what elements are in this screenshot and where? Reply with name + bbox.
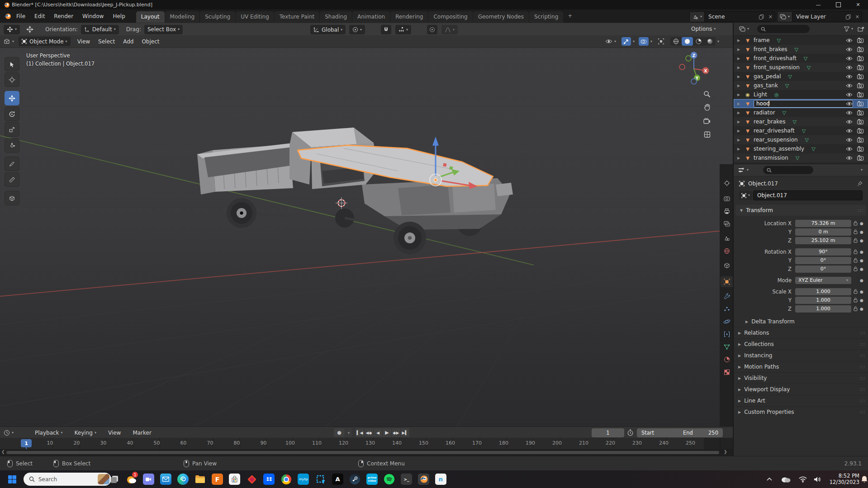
transform-value-field[interactable]: 90°▾ <box>795 248 851 256</box>
workspace-tab[interactable]: Rendering <box>390 11 428 23</box>
timeline-left-chevron[interactable]: ❮ <box>1 450 5 454</box>
workspace-tab[interactable]: Sculpting <box>200 11 235 23</box>
drag-dropdown[interactable]: Select Box▾ <box>144 25 183 34</box>
object-name[interactable]: front_suspension <box>754 64 800 71</box>
minimize-button[interactable]: — <box>808 0 828 9</box>
navigation-gizmo[interactable]: Z X Y <box>679 52 709 85</box>
panel-splitter-vertical[interactable] <box>733 23 734 456</box>
hide-in-viewport-icon[interactable] <box>846 65 853 70</box>
gizmo-neg-x-ball[interactable] <box>679 64 685 70</box>
view-layer-icon[interactable]: ▾ <box>778 12 792 22</box>
onedrive-icon[interactable] <box>780 474 791 485</box>
tray-clock[interactable]: 8:52 PM 12/30/2023 <box>825 473 859 485</box>
shading-material-button[interactable] <box>693 37 704 46</box>
outliner-filter-dropdown[interactable]: ▾ <box>844 27 853 32</box>
diamond-app-icon[interactable] <box>246 474 257 485</box>
auto-keying-button[interactable]: ● <box>334 428 345 437</box>
timeline-scroll-thumb[interactable] <box>6 451 719 454</box>
lock-icon[interactable] <box>854 249 858 254</box>
select-box-tool[interactable] <box>5 57 19 71</box>
workspace-tab[interactable]: Layout <box>136 11 165 23</box>
render-tab[interactable] <box>721 193 733 204</box>
animate-dot[interactable]: ● <box>860 307 863 311</box>
new-scene-icon[interactable] <box>757 14 766 19</box>
fusion-360-icon[interactable]: F <box>212 474 223 485</box>
collection-tab[interactable] <box>721 260 733 271</box>
outliner-row[interactable]: ▶ gas_pedal <box>734 72 868 81</box>
previous-keyframe-button[interactable]: ◀◆ <box>365 428 374 437</box>
annotate-tool[interactable] <box>5 156 19 171</box>
edge-icon[interactable] <box>177 474 189 485</box>
mode-dropdown[interactable]: Object Mode▾ <box>19 37 71 46</box>
collapsed-section[interactable]: ▶Viewport Display∷∷ <box>734 384 868 395</box>
pin-icon[interactable] <box>857 181 863 186</box>
animate-dot[interactable]: ● <box>860 250 863 254</box>
dropbox-icon[interactable] <box>263 474 275 485</box>
expand-icon[interactable]: ▶ <box>737 111 744 115</box>
lock-icon[interactable] <box>854 289 858 294</box>
hide-in-viewport-icon[interactable] <box>846 147 853 152</box>
end-frame-field[interactable]: End250 <box>678 428 723 437</box>
menu-item[interactable]: Help <box>108 9 129 23</box>
maximize-button[interactable] <box>828 0 848 9</box>
snap-settings-dropdown[interactable]: ▾ <box>395 25 411 34</box>
outliner-row[interactable]: ▶ frame <box>734 36 868 45</box>
collapsed-section[interactable]: ▶Collections∷∷ <box>734 338 868 350</box>
timeline-right-chevron[interactable]: ❯ <box>724 450 727 454</box>
viewport-menu-item[interactable]: View <box>73 35 94 47</box>
lock-icon[interactable] <box>854 221 858 226</box>
zoom-icon[interactable] <box>702 89 712 99</box>
timeline-menu-item[interactable]: View <box>102 427 127 438</box>
lock-icon[interactable] <box>854 266 858 271</box>
options-dropdown[interactable]: Options▾ <box>691 26 716 32</box>
workspace-tab[interactable]: Shading <box>320 11 352 23</box>
physics-tab[interactable] <box>721 316 733 327</box>
animate-dot[interactable]: ● <box>860 258 863 263</box>
jump-to-start-button[interactable]: ▍◀ <box>356 428 365 437</box>
object-name[interactable]: transmission <box>754 155 788 161</box>
task-view-button[interactable] <box>109 474 120 485</box>
transform-value-field[interactable]: 1.000▾ <box>795 305 851 313</box>
proportional-editing-button[interactable] <box>427 25 437 34</box>
proportional-falloff-dropdown[interactable]: ▾ <box>441 25 458 34</box>
expand-icon[interactable]: ▶ <box>737 120 744 124</box>
timeline-menu-item[interactable]: Playback▾ <box>29 427 69 438</box>
menu-item[interactable]: Render <box>49 9 78 23</box>
object-name[interactable]: front_brakes <box>754 46 787 52</box>
modifiers-tab[interactable] <box>721 291 733 302</box>
hide-in-viewport-icon[interactable] <box>846 47 853 52</box>
timeline-scrollbar[interactable]: ❮ ❯ <box>0 449 734 456</box>
hide-in-viewport-icon[interactable] <box>846 156 853 161</box>
move-tool[interactable] <box>5 91 19 105</box>
expand-icon[interactable]: ▶ <box>737 57 744 61</box>
menu-item[interactable]: Window <box>78 9 108 23</box>
scale-tool[interactable] <box>5 122 19 137</box>
chat-icon[interactable] <box>143 474 154 485</box>
add-workspace-button[interactable]: + <box>564 10 576 22</box>
disable-in-renders-icon[interactable] <box>857 146 863 152</box>
disable-in-renders-icon[interactable] <box>857 83 863 88</box>
expand-icon[interactable]: ▶ <box>737 84 744 88</box>
outliner-row[interactable]: ▶ front_suspension <box>734 63 868 72</box>
timeline-editor-dropdown[interactable]: ▾ <box>4 430 14 436</box>
transform-orientation-dropdown[interactable]: Global▾ <box>310 25 346 34</box>
outliner-row[interactable]: ▶ rear_suspension <box>734 135 868 144</box>
collapsed-section[interactable]: ▶Line Art∷∷ <box>734 395 868 406</box>
outliner-row[interactable]: ▶ rear_driveshaft <box>734 126 868 135</box>
breadcrumb-object-name[interactable]: Object.017 <box>748 180 778 187</box>
collapsed-section[interactable]: ▶Custom Properties∷∷ <box>734 406 868 417</box>
object-name[interactable]: front_driveshaft <box>754 55 797 62</box>
timeline-menu-item[interactable]: Keying▾ <box>69 427 102 438</box>
expand-icon[interactable]: ▶ <box>737 75 744 79</box>
menu-item[interactable]: File <box>12 9 30 23</box>
object-name-field[interactable]: Object.017 <box>753 190 863 200</box>
outliner-row[interactable]: ▶ transmission <box>734 153 868 162</box>
outliner-row[interactable]: ▶ radiator <box>734 108 868 117</box>
disable-in-renders-icon[interactable] <box>857 137 863 142</box>
scene-selector[interactable]: ▾ Scene ✕ <box>689 11 775 22</box>
gizmos-dropdown[interactable]: ▾ <box>633 40 635 43</box>
lock-icon[interactable] <box>854 298 858 303</box>
disable-in-renders-icon[interactable] <box>857 56 863 61</box>
world-tab[interactable] <box>721 246 733 256</box>
delta-transform-section[interactable]: ▶Delta Transform <box>734 316 868 327</box>
